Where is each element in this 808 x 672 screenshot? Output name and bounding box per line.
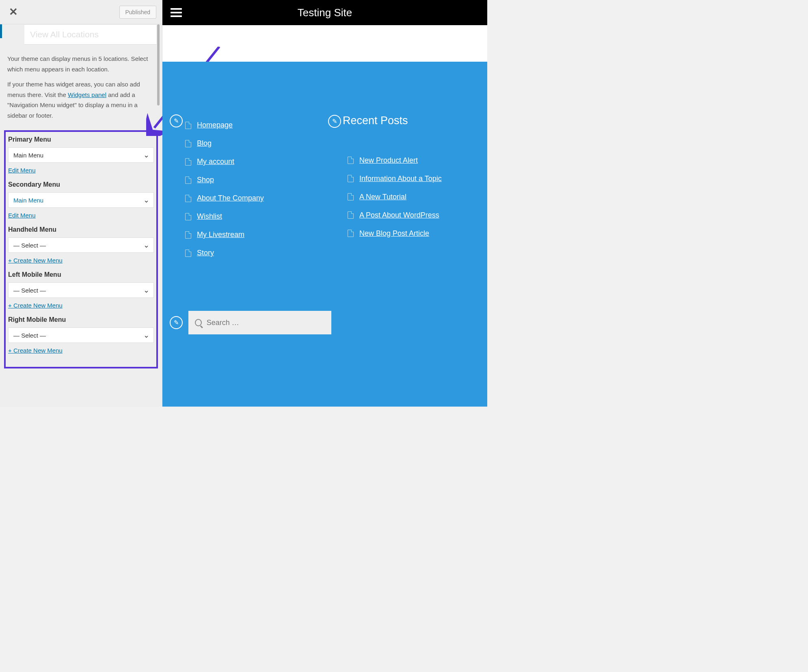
menu-select[interactable]: — Select —⌄ [8,237,154,253]
select-value: Main Menu [13,152,43,159]
chevron-down-icon: ⌄ [143,286,149,295]
chevron-down-icon: ⌄ [143,331,149,340]
view-all-locations-row[interactable]: View All Locations [24,24,156,45]
page-icon [185,231,191,239]
nav-link[interactable]: Blog [197,139,212,148]
search-box[interactable] [188,311,331,334]
post-link[interactable]: New Blog Post Article [359,229,429,238]
scrollbar[interactable] [157,24,160,106]
search-input[interactable] [207,319,325,327]
select-value: Main Menu [13,197,43,204]
site-header: Testing Site [162,0,487,25]
create-menu-link[interactable]: + Create New Menu [8,347,63,354]
location-label: Handheld Menu [8,226,154,233]
preview-spacer [162,25,487,62]
menu-location: Right Mobile Menu— Select —⌄+ Create New… [8,316,154,354]
page-icon [185,195,191,202]
select-value: — Select — [13,242,46,249]
help-paragraph-1: Your theme can display menus in 5 locati… [7,54,155,74]
page-icon [185,213,191,220]
menu-location: Handheld Menu— Select —⌄+ Create New Men… [8,226,154,264]
pencil-icon: ✎ [332,118,337,125]
edit-widget-button[interactable]: ✎ [170,316,183,329]
recent-posts-heading: Recent Posts [343,114,408,127]
nav-link[interactable]: Wishlist [197,212,222,221]
footer-nav-list: HomepageBlogMy accountShopAbout The Comp… [185,116,317,262]
footer-preview: ✎ HomepageBlogMy accountShopAbout The Co… [162,62,487,407]
edit-widget-button[interactable]: ✎ [170,114,183,127]
location-label: Left Mobile Menu [8,271,154,278]
footer-search-widget: ✎ [170,311,331,334]
recent-posts-heading-row: ✎Recent Posts [328,114,475,128]
menu-location: Secondary MenuMain Menu⌄Edit Menu [8,181,154,219]
edit-menu-link[interactable]: Edit Menu [8,212,36,219]
widgets-panel-link[interactable]: Widgets panel [68,91,106,98]
page-icon [348,211,354,219]
edit-widget-button[interactable]: ✎ [328,115,341,128]
close-button[interactable]: ✕ [6,4,21,20]
site-title: Testing Site [298,6,352,19]
chevron-down-icon: ⌄ [143,241,149,250]
sidebar-topbar: ✕ Published [0,0,162,24]
post-item: New Blog Post Article [348,224,475,243]
nav-item: My Livestream [185,226,317,244]
help-paragraph-2: If your theme has widget areas, you can … [7,79,155,121]
location-label: Right Mobile Menu [8,316,154,323]
nav-item: About The Company [185,189,317,207]
nav-link[interactable]: Homepage [197,121,233,129]
page-icon [185,140,191,147]
help-text: Your theme can display menus in 5 locati… [0,49,162,130]
nav-link[interactable]: My account [197,157,234,166]
select-value: — Select — [13,332,46,339]
post-link[interactable]: New Product Alert [359,156,418,165]
active-section-indicator [0,24,2,38]
pencil-icon: ✎ [174,117,179,125]
location-label: Primary Menu [8,136,154,143]
page-icon [185,177,191,184]
page-icon [348,175,354,182]
nav-link[interactable]: About The Company [197,194,264,202]
chevron-down-icon: ⌄ [143,151,149,159]
menu-select[interactable]: Main Menu⌄ [8,192,154,208]
menu-select[interactable]: — Select —⌄ [8,327,154,343]
page-icon [185,250,191,257]
nav-link[interactable]: Shop [197,176,214,184]
chevron-down-icon: ⌄ [143,196,149,205]
nav-item: Blog [185,134,317,153]
page-icon [185,158,191,166]
menu-location: Left Mobile Menu— Select —⌄+ Create New … [8,271,154,309]
location-label: Secondary Menu [8,181,154,188]
published-button[interactable]: Published [119,6,157,19]
search-icon [195,319,202,326]
post-item: Information About a Topic [348,170,475,188]
post-link[interactable]: A Post About WordPress [359,211,439,220]
create-menu-link[interactable]: + Create New Menu [8,302,63,309]
edit-menu-link[interactable]: Edit Menu [8,167,36,174]
menu-select[interactable]: Main Menu⌄ [8,147,154,163]
nav-link[interactable]: My Livestream [197,230,244,239]
recent-posts-column: ✎Recent Posts New Product AlertInformati… [325,114,475,390]
nav-link[interactable]: Story [197,249,214,257]
page-icon [348,193,354,200]
pencil-icon: ✎ [174,319,179,326]
create-menu-link[interactable]: + Create New Menu [8,257,63,264]
menu-select[interactable]: — Select —⌄ [8,282,154,298]
post-link[interactable]: Information About a Topic [359,174,442,183]
nav-item: Shop [185,171,317,189]
post-link[interactable]: A New Tutorial [359,193,406,201]
menu-locations-highlight: Primary MenuMain Menu⌄Edit MenuSecondary… [4,130,158,368]
nav-item: Story [185,244,317,262]
post-item: A New Tutorial [348,188,475,206]
post-item: New Product Alert [348,151,475,170]
recent-posts-list: New Product AlertInformation About a Top… [348,151,475,243]
post-item: A Post About WordPress [348,206,475,224]
footer-nav-column: ✎ HomepageBlogMy accountShopAbout The Co… [166,114,317,390]
select-value: — Select — [13,287,46,294]
nav-item: Homepage [185,116,317,134]
site-preview: Testing Site ✎ HomepageBlogMy accountSho… [162,0,487,407]
hamburger-menu-icon[interactable] [171,8,182,17]
nav-item: Wishlist [185,207,317,226]
page-icon [348,230,354,237]
page-icon [348,157,354,164]
nav-item: My account [185,153,317,171]
